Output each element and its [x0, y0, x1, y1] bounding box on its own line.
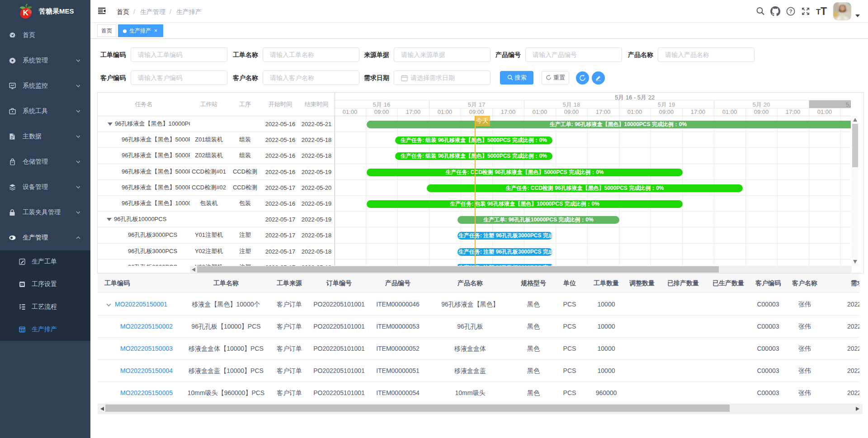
- svg-text:?: ?: [789, 9, 793, 14]
- svg-text:K: K: [23, 9, 29, 17]
